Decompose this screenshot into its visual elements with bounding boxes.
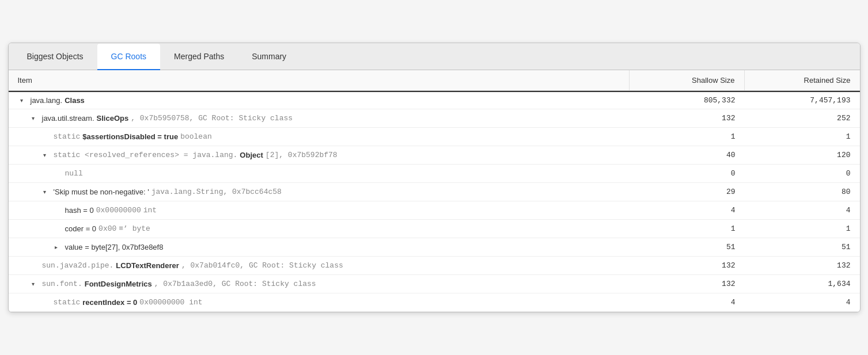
row-retained-size: 80 bbox=[745, 184, 860, 200]
row-retained-size: 51 bbox=[745, 239, 860, 255]
row-retained-size: 120 bbox=[745, 147, 860, 163]
tab-summary[interactable]: Summary bbox=[238, 44, 300, 70]
tab-gc-roots[interactable]: GC Roots bbox=[97, 44, 160, 70]
chevron-down-icon[interactable]: ▾ bbox=[41, 188, 49, 196]
table-row[interactable]: static recentIndex = 0 0x00000000 int44 bbox=[9, 293, 860, 312]
row-retained-size: 1 bbox=[745, 129, 860, 144]
row-text-part: 0x00000000 int bbox=[139, 298, 202, 307]
row-shallow-size: 132 bbox=[630, 258, 745, 273]
row-text-part: value = byte[27], 0x7bf3e8ef8 bbox=[65, 243, 164, 251]
table-row[interactable]: ▾sun.font.FontDesignMetrics, 0x7b1aa3ed0… bbox=[9, 275, 860, 293]
tab-merged-paths[interactable]: Merged Paths bbox=[160, 44, 238, 70]
row-shallow-size: 1 bbox=[630, 129, 745, 144]
row-text-part: , 0x7b1aa3ed0, GC Root: Sticky class bbox=[154, 280, 316, 288]
row-text-part: boolean bbox=[180, 132, 212, 141]
row-item-cell: hash = 0 0x00000000 int bbox=[9, 203, 630, 218]
row-text-part: static <resolved_references> = java.lang… bbox=[54, 151, 238, 159]
table-row[interactable]: ▾'Skip must be non-negative: ' java.lang… bbox=[9, 183, 860, 201]
row-retained-size: 0 bbox=[745, 166, 860, 181]
table-row[interactable]: ▾java.lang.Class805,3327,457,193 bbox=[9, 91, 860, 109]
row-text-part: , 0x7ab014fc0, GC Root: Sticky class bbox=[181, 261, 343, 270]
row-text-part: 0x00 bbox=[98, 224, 116, 233]
row-text-part: java.util.stream. bbox=[42, 114, 94, 123]
row-text-part: static bbox=[54, 298, 81, 307]
row-text-part: null bbox=[65, 169, 83, 178]
row-retained-size: 252 bbox=[745, 110, 860, 126]
row-shallow-size: 29 bbox=[630, 184, 745, 200]
row-text-part: java.lang.String, 0x7bcc64c58 bbox=[151, 188, 282, 196]
row-item-cell: static recentIndex = 0 0x00000000 int bbox=[9, 295, 630, 310]
row-text-part: ≡’ byte bbox=[119, 224, 150, 233]
row-text-part: coder = 0 bbox=[65, 224, 97, 233]
row-text-part: 0x00000000 bbox=[96, 206, 141, 215]
main-window: Biggest ObjectsGC RootsMerged PathsSumma… bbox=[8, 43, 861, 312]
table-row[interactable]: null00 bbox=[9, 165, 860, 183]
chevron-down-icon[interactable]: ▾ bbox=[41, 151, 49, 159]
row-retained-size: 7,457,193 bbox=[745, 93, 860, 108]
row-shallow-size: 40 bbox=[630, 147, 745, 163]
row-text-part: hash = 0 bbox=[65, 206, 94, 215]
header-retained-size: Retained Size bbox=[745, 70, 860, 90]
row-text-part: $assertionsDisabled = true bbox=[82, 132, 178, 141]
row-text-part: static bbox=[54, 132, 81, 141]
row-retained-size: 132 bbox=[745, 258, 860, 273]
row-text-part: sun.font. bbox=[42, 280, 82, 288]
row-shallow-size: 1 bbox=[630, 221, 745, 236]
row-item-cell: ▾'Skip must be non-negative: ' java.lang… bbox=[9, 184, 630, 200]
row-text-part: , 0x7b5950758, GC Root: Sticky class bbox=[131, 114, 293, 123]
chevron-down-icon[interactable]: ▾ bbox=[18, 97, 26, 105]
table-row[interactable]: sun.java2d.pipe.LCDTextRenderer, 0x7ab01… bbox=[9, 257, 860, 275]
row-text-part: FontDesignMetrics bbox=[85, 280, 152, 288]
row-shallow-size: 132 bbox=[630, 110, 745, 126]
row-item-cell: sun.java2d.pipe.LCDTextRenderer, 0x7ab01… bbox=[9, 258, 630, 273]
row-item-cell: coder = 0 0x00 ≡’ byte bbox=[9, 221, 630, 236]
table-row[interactable]: ▸value = byte[27], 0x7bf3e8ef85151 bbox=[9, 238, 860, 257]
row-retained-size: 4 bbox=[745, 295, 860, 310]
row-text-part: SliceOps bbox=[97, 114, 129, 123]
row-shallow-size: 51 bbox=[630, 239, 745, 255]
table-row[interactable]: static $assertionsDisabled = true boolea… bbox=[9, 128, 860, 146]
table-body: ▾java.lang.Class805,3327,457,193▾java.ut… bbox=[9, 91, 860, 312]
row-shallow-size: 4 bbox=[630, 203, 745, 218]
row-item-cell: ▾sun.font.FontDesignMetrics, 0x7b1aa3ed0… bbox=[9, 276, 630, 292]
row-shallow-size: 4 bbox=[630, 295, 745, 310]
row-shallow-size: 0 bbox=[630, 166, 745, 181]
chevron-right-icon[interactable]: ▸ bbox=[52, 243, 60, 251]
row-item-cell: ▾static <resolved_references> = java.lan… bbox=[9, 147, 630, 163]
row-text-part: sun.java2d.pipe. bbox=[42, 261, 114, 270]
row-item-cell: ▾java.lang.Class bbox=[9, 93, 630, 108]
row-item-cell: ▸value = byte[27], 0x7bf3e8ef8 bbox=[9, 239, 630, 255]
tab-bar: Biggest ObjectsGC RootsMerged PathsSumma… bbox=[9, 43, 860, 70]
row-retained-size: 1 bbox=[745, 221, 860, 236]
row-text-part: [2], 0x7b592bf78 bbox=[266, 151, 338, 159]
row-shallow-size: 805,332 bbox=[630, 93, 745, 108]
row-item-cell: static $assertionsDisabled = true boolea… bbox=[9, 129, 630, 144]
row-text-part: Object bbox=[240, 151, 263, 159]
table-container: Item Shallow Size Retained Size ▾java.la… bbox=[9, 70, 860, 312]
row-retained-size: 4 bbox=[745, 203, 860, 218]
row-shallow-size: 132 bbox=[630, 276, 745, 292]
row-text-part: int bbox=[143, 206, 157, 215]
row-text-part: LCDTextRenderer bbox=[116, 261, 179, 270]
header-shallow-size: Shallow Size bbox=[630, 70, 745, 90]
table-header: Item Shallow Size Retained Size bbox=[9, 70, 860, 91]
row-text-part: recentIndex = 0 bbox=[82, 298, 137, 307]
row-retained-size: 1,634 bbox=[745, 276, 860, 292]
row-item-cell: ▾java.util.stream.SliceOps, 0x7b5950758,… bbox=[9, 110, 630, 126]
table-row[interactable]: coder = 0 0x00 ≡’ byte11 bbox=[9, 220, 860, 238]
row-text-part: Class bbox=[65, 96, 85, 105]
table-row[interactable]: ▾static <resolved_references> = java.lan… bbox=[9, 146, 860, 165]
tab-biggest-objects[interactable]: Biggest Objects bbox=[13, 44, 97, 70]
table-row[interactable]: hash = 0 0x00000000 int44 bbox=[9, 201, 860, 220]
header-item: Item bbox=[9, 70, 630, 90]
chevron-down-icon[interactable]: ▾ bbox=[29, 280, 37, 288]
row-item-cell: null bbox=[9, 166, 630, 181]
table-row[interactable]: ▾java.util.stream.SliceOps, 0x7b5950758,… bbox=[9, 109, 860, 128]
row-text-part: 'Skip must be non-negative: ' bbox=[54, 188, 149, 196]
chevron-down-icon[interactable]: ▾ bbox=[29, 114, 37, 123]
row-text-part: java.lang. bbox=[31, 96, 63, 105]
